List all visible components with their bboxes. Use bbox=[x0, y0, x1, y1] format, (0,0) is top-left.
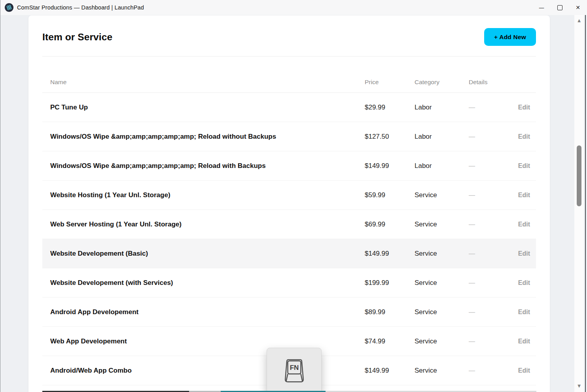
item-name: Website Hosting (1 Year Unl. Storage) bbox=[42, 191, 365, 199]
item-price: $149.99 bbox=[365, 162, 415, 170]
item-price: $149.99 bbox=[365, 250, 415, 258]
item-category: Service bbox=[415, 250, 469, 258]
fn-key-label: FN bbox=[290, 364, 299, 371]
table-row[interactable]: Windows/OS Wipe &amp;amp;amp;amp;amp; Re… bbox=[42, 122, 536, 151]
close-icon: ✕ bbox=[576, 5, 580, 10]
item-price: $29.99 bbox=[365, 104, 415, 111]
item-name: Website Developement (Basic) bbox=[42, 250, 365, 258]
table-row[interactable]: PC Tune Up $29.99 Labor — Edit bbox=[42, 93, 536, 122]
item-category: Service bbox=[415, 220, 469, 228]
table-row[interactable]: Website Developement (Basic) $149.99 Ser… bbox=[42, 239, 536, 268]
item-name: Android App Developement bbox=[42, 308, 365, 316]
item-price: $127.50 bbox=[365, 133, 415, 141]
scroll-down-arrow-icon[interactable]: ▼ bbox=[574, 384, 584, 388]
window-border-left bbox=[0, 0, 0, 392]
edit-link[interactable]: Edit bbox=[516, 221, 536, 228]
edit-link[interactable]: Edit bbox=[516, 279, 536, 286]
item-name: Windows/OS Wipe &amp;amp;amp;amp;amp; Re… bbox=[42, 162, 365, 170]
edit-link[interactable]: Edit bbox=[516, 133, 536, 140]
item-price: $74.99 bbox=[365, 337, 415, 345]
item-details: — bbox=[469, 221, 516, 228]
item-details: — bbox=[469, 162, 516, 170]
edit-link[interactable]: Edit bbox=[516, 162, 536, 170]
keyboard-key-icon: FN bbox=[281, 358, 307, 384]
maximize-button[interactable] bbox=[551, 0, 569, 15]
item-details: — bbox=[469, 104, 516, 111]
item-category: Service bbox=[415, 367, 469, 375]
item-name: Windows/OS Wipe &amp;amp;amp;amp;amp; Re… bbox=[42, 133, 365, 141]
item-details: — bbox=[469, 309, 516, 316]
content-card: Item or Service + Add New Name Price Cat… bbox=[28, 15, 550, 392]
add-new-button[interactable]: + Add New bbox=[484, 28, 536, 46]
fn-key-overlay: FN bbox=[267, 348, 322, 392]
table-body: PC Tune Up $29.99 Labor — Edit Windows/O… bbox=[42, 93, 536, 392]
item-price: $149.99 bbox=[365, 367, 415, 375]
item-details: — bbox=[469, 279, 516, 286]
card-header: Item or Service + Add New bbox=[42, 15, 536, 57]
titlebar: ComStar Productions — Dashboard | Launch… bbox=[0, 0, 587, 15]
item-price: $89.99 bbox=[365, 308, 415, 316]
vertical-scrollbar: ▲ ▼ bbox=[547, 15, 585, 392]
table-row[interactable]: Android App Developement $89.99 Service … bbox=[42, 298, 536, 327]
item-details: — bbox=[469, 338, 516, 345]
table-row[interactable]: Web Server Hosting (1 Year Unl. Storage)… bbox=[42, 210, 536, 239]
item-category: Service bbox=[415, 191, 469, 199]
column-header-price: Price bbox=[365, 79, 415, 92]
app-logo-icon bbox=[5, 3, 13, 12]
item-name: Web App Developement bbox=[42, 337, 365, 345]
window-controls: — ✕ bbox=[532, 0, 587, 15]
column-header-name: Name bbox=[42, 79, 365, 92]
window-border-right bbox=[585, 15, 586, 392]
minimize-icon: — bbox=[539, 5, 544, 10]
main-area: Item or Service + Add New Name Price Cat… bbox=[0, 15, 587, 392]
item-category: Labor bbox=[415, 104, 469, 111]
item-name: Website Developement (with Services) bbox=[42, 279, 365, 287]
scrollbar-thumb[interactable] bbox=[577, 145, 581, 206]
item-details: — bbox=[469, 192, 516, 199]
item-price: $59.99 bbox=[365, 191, 415, 199]
edit-link[interactable]: Edit bbox=[516, 192, 536, 199]
edit-link[interactable]: Edit bbox=[516, 338, 536, 345]
scroll-up-arrow-icon[interactable]: ▲ bbox=[574, 18, 584, 23]
item-price: $199.99 bbox=[365, 279, 415, 287]
item-category: Service bbox=[415, 308, 469, 316]
table-header-row: Name Price Category Details bbox=[42, 57, 536, 93]
close-button[interactable]: ✕ bbox=[569, 0, 587, 15]
item-details: — bbox=[469, 133, 516, 140]
edit-link[interactable]: Edit bbox=[516, 104, 536, 111]
table-row[interactable]: Website Hosting (1 Year Unl. Storage) $5… bbox=[42, 181, 536, 210]
item-price: $69.99 bbox=[365, 220, 415, 228]
item-category: Labor bbox=[415, 162, 469, 170]
minimize-button[interactable]: — bbox=[532, 0, 551, 15]
window-title: ComStar Productions — Dashboard | Launch… bbox=[17, 4, 144, 11]
item-category: Service bbox=[415, 337, 469, 345]
edit-link[interactable]: Edit bbox=[516, 367, 536, 374]
table-row[interactable]: Windows/OS Wipe &amp;amp;amp;amp;amp; Re… bbox=[42, 151, 536, 181]
column-header-category: Category bbox=[415, 79, 469, 92]
table-row[interactable]: Website Developement (with Services) $19… bbox=[42, 268, 536, 298]
items-table: Name Price Category Details PC Tune Up $… bbox=[42, 57, 536, 392]
item-category: Labor bbox=[415, 133, 469, 141]
edit-link[interactable]: Edit bbox=[516, 309, 536, 316]
item-name: Web Server Hosting (1 Year Unl. Storage) bbox=[42, 220, 365, 228]
item-category: Service bbox=[415, 279, 469, 287]
page-title: Item or Service bbox=[42, 32, 112, 43]
column-header-actions bbox=[516, 86, 536, 92]
scrollbar-track[interactable]: ▲ ▼ bbox=[574, 15, 584, 392]
edit-link[interactable]: Edit bbox=[516, 250, 536, 257]
item-details: — bbox=[469, 250, 516, 257]
maximize-icon bbox=[557, 5, 562, 10]
item-details: — bbox=[469, 367, 516, 374]
column-header-details: Details bbox=[469, 79, 516, 92]
item-name: PC Tune Up bbox=[42, 104, 365, 111]
